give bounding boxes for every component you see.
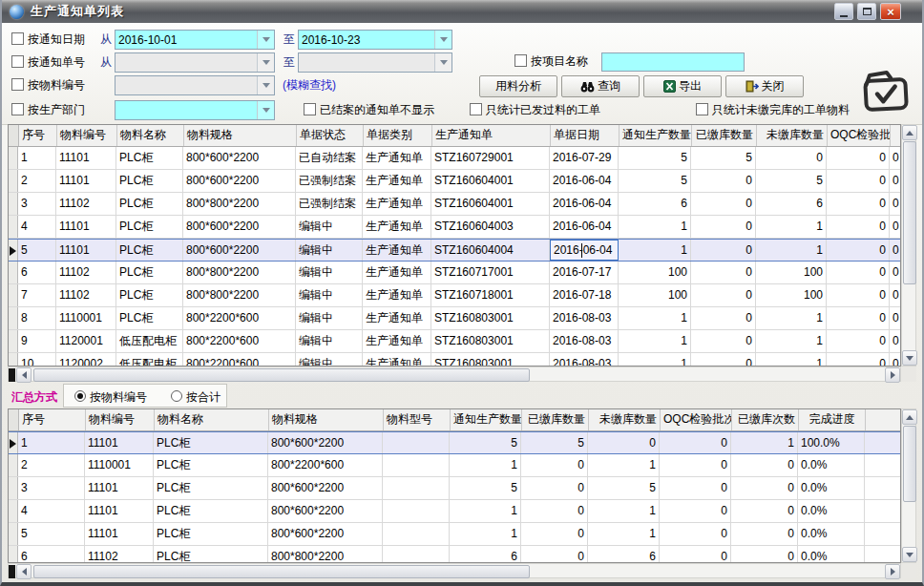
cell[interactable]: 1	[619, 353, 691, 366]
cell[interactable]: 11102	[56, 193, 116, 215]
cell[interactable]: STZ160717001	[431, 262, 550, 283]
header-cell[interactable]	[866, 409, 901, 430]
material-input[interactable]	[116, 76, 257, 94]
table-row[interactable]: 111101PLC柜800*600*2200已自动结案生产通知单STZ16072…	[9, 147, 900, 170]
cell[interactable]: 6	[588, 546, 660, 563]
cell[interactable]: 0	[827, 262, 890, 283]
cell[interactable]: 0	[890, 170, 901, 192]
main-table-hscrollbar[interactable]	[8, 366, 901, 382]
cell[interactable]: 0	[660, 523, 731, 545]
cell[interactable]: 800*2200*600	[183, 307, 296, 329]
scroll-right-button[interactable]	[885, 564, 900, 579]
cell[interactable]: PLC柜	[154, 500, 268, 522]
cell[interactable]: 1120001	[56, 330, 116, 352]
header-cell[interactable]: 物料编号	[57, 125, 117, 146]
table-row[interactable]: 611102PLC柜800*800*2200606000.0%	[9, 546, 900, 563]
query-button[interactable]: 查询	[561, 75, 640, 97]
cell[interactable]: 1	[588, 454, 660, 476]
cell[interactable]: 0	[691, 307, 756, 329]
department-input[interactable]	[116, 101, 257, 119]
table-row[interactable]: 411101PLC柜800*600*2200101000.0%	[9, 500, 900, 523]
cell[interactable]: 5	[691, 147, 756, 169]
filter-notice-no-checkbox[interactable]	[11, 55, 24, 68]
table-row[interactable]: 211101PLC柜800*600*2200已强制结案生产通知单STZ16060…	[9, 170, 900, 193]
cell[interactable]: PLC柜	[116, 307, 183, 329]
table-row[interactable]: 81110001PLC柜800*2200*600编辑中生产通知单STZ16080…	[9, 307, 900, 330]
header-cell[interactable]: 通知生产数量	[620, 125, 692, 146]
cell[interactable]: 0	[827, 193, 890, 215]
filter-date-checkbox[interactable]	[11, 32, 24, 45]
cell[interactable]: 0.0%	[798, 500, 865, 522]
cell[interactable]	[865, 477, 901, 499]
header-cell[interactable]: 物料规格	[184, 125, 297, 146]
cell[interactable]: 1	[756, 307, 827, 329]
cell[interactable]: STZ160803001	[431, 307, 550, 329]
radio-by-material[interactable]	[74, 390, 86, 402]
cell[interactable]: 1	[756, 330, 827, 352]
header-cell[interactable]: 生产通知单	[432, 125, 551, 146]
cell[interactable]: 1	[18, 147, 56, 169]
scroll-up-button[interactable]	[902, 409, 917, 425]
cell[interactable]: 11101	[85, 477, 154, 499]
cell[interactable]: 800*600*2200	[183, 216, 296, 238]
cell[interactable]: 5	[756, 170, 827, 192]
cell[interactable]: 0	[521, 454, 588, 476]
cell[interactable]: STZ160803001	[431, 330, 550, 352]
cell[interactable]: 0	[521, 500, 588, 522]
cell[interactable]: 0	[827, 330, 890, 352]
cell[interactable]: 0	[660, 454, 731, 476]
cell[interactable]: 9	[18, 330, 56, 352]
cell[interactable]: 0	[521, 546, 588, 563]
cell[interactable]: 6	[18, 262, 56, 283]
cell[interactable]: 生产通知单	[363, 330, 431, 352]
cell[interactable]: STZ160718001	[431, 284, 550, 306]
cell[interactable]: 3	[18, 193, 56, 215]
cell[interactable]: 生产通知单	[363, 262, 431, 283]
notice-from-combo[interactable]	[115, 52, 275, 73]
header-cell[interactable]: 物料型号	[384, 409, 451, 430]
only-unfinished-checkbox[interactable]	[696, 103, 708, 115]
table-row[interactable]: 611102PLC柜800*800*2200编辑中生产通知单STZ1607170…	[9, 262, 900, 284]
cell[interactable]: 编辑中	[296, 262, 363, 283]
cell[interactable]: 0	[890, 147, 901, 169]
cell[interactable]: 5	[18, 523, 85, 545]
chevron-down-icon[interactable]	[257, 31, 274, 49]
cell[interactable]: PLC柜	[154, 477, 268, 499]
cell[interactable]: PLC柜	[116, 262, 183, 283]
cell[interactable]: 0	[890, 216, 901, 238]
cell[interactable]: 0	[827, 170, 890, 192]
cell[interactable]: 1	[588, 500, 660, 522]
cell[interactable]: 0	[827, 216, 890, 238]
cell[interactable]: 800*600*2200	[268, 500, 383, 522]
material-analysis-button[interactable]: 用料分析	[479, 75, 557, 97]
cell[interactable]: 0.0%	[798, 546, 865, 563]
cell[interactable]: 编辑中	[296, 330, 363, 352]
cell[interactable]: 11101	[56, 240, 116, 261]
cell[interactable]: STZ160604001	[431, 193, 550, 215]
export-button[interactable]: 导出	[643, 75, 722, 97]
cell[interactable]: 2016-08-03	[550, 353, 619, 366]
cell-editing[interactable]: 2016-06-04	[550, 240, 619, 261]
cell[interactable]	[383, 546, 450, 563]
cell[interactable]: 0	[691, 284, 756, 306]
summary-table-hscrollbar[interactable]	[8, 563, 901, 578]
cell[interactable]: 0	[588, 432, 660, 453]
cell[interactable]: 100	[756, 262, 827, 283]
cell[interactable]: 低压配电柜	[116, 353, 183, 366]
header-cell[interactable]: OQC检验批次	[661, 409, 732, 430]
cell[interactable]: 1	[450, 454, 521, 476]
cell[interactable]: 1	[619, 216, 691, 238]
cell[interactable]: 11101	[56, 216, 116, 238]
cell[interactable]: 5	[521, 432, 588, 453]
cell[interactable]: 11102	[85, 546, 154, 563]
header-cell[interactable]: 物料名称	[155, 409, 269, 430]
cell[interactable]: PLC柜	[116, 284, 183, 306]
summary-table-vscrollbar[interactable]	[901, 408, 916, 563]
cell[interactable]: 1	[450, 523, 521, 545]
cell[interactable]: 0	[890, 330, 901, 352]
cell[interactable]: 0	[691, 262, 756, 283]
cell[interactable]: 编辑中	[296, 353, 363, 366]
cell[interactable]: 100.0%	[798, 432, 865, 453]
cell[interactable]: 5	[450, 477, 521, 499]
cell[interactable]: 2016-06-04	[550, 170, 619, 192]
